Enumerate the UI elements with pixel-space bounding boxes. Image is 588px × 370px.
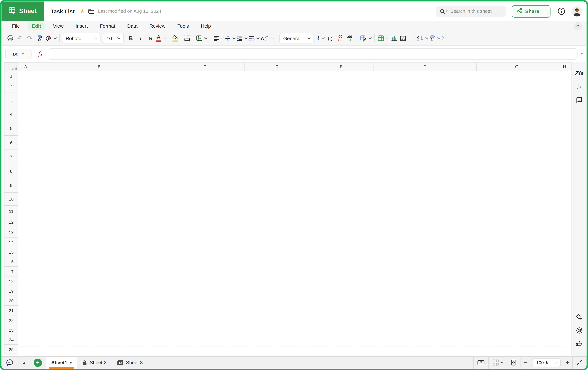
menu-item-help[interactable]: Help — [197, 22, 215, 30]
text-rotate-button[interactable]: A — [260, 33, 274, 43]
sheet-tab-sheet-2[interactable]: Sheet 2 — [77, 357, 112, 369]
formula-input[interactable] — [48, 48, 578, 59]
menu-item-tools[interactable]: Tools — [174, 22, 193, 30]
column-header-C[interactable]: C — [165, 62, 245, 71]
insert-image-button[interactable] — [399, 33, 411, 43]
cells-canvas[interactable] — [18, 71, 571, 354]
share-button[interactable]: Share — [512, 5, 550, 17]
sheet-tab-sheet-3[interactable]: 12Sheet 3 — [112, 357, 148, 369]
menu-item-format[interactable]: Format — [96, 22, 119, 30]
redo-button[interactable]: ↷ — [25, 33, 34, 43]
row-header-16[interactable]: 16 — [4, 257, 18, 267]
menu-item-file[interactable]: File — [8, 22, 24, 30]
functions-panel-button[interactable]: fx — [574, 81, 585, 92]
menu-item-review[interactable]: Review — [146, 22, 169, 30]
insert-chart-button[interactable] — [389, 33, 399, 43]
wrap-text-button[interactable] — [248, 33, 260, 43]
undo-button[interactable]: ↶ — [15, 33, 25, 43]
row-header-14[interactable]: 14 — [4, 238, 18, 247]
row-header-2[interactable]: 2 — [4, 81, 18, 93]
conditional-format-button[interactable] — [359, 33, 372, 43]
column-header-D[interactable]: D — [245, 62, 309, 71]
row-header-21[interactable]: 21 — [4, 306, 18, 316]
font-family-select[interactable]: Roboto — [62, 33, 100, 43]
feedback-button[interactable] — [574, 338, 585, 349]
app-logo[interactable]: Sheet — [1, 1, 44, 21]
sum-function-button[interactable]: Σ — [441, 33, 450, 43]
insert-table-button[interactable] — [377, 33, 389, 43]
print-button[interactable] — [5, 33, 15, 43]
row-header-19[interactable]: 19 — [4, 286, 18, 296]
row-header-22[interactable]: 22 — [4, 316, 18, 325]
row-header-24[interactable]: 24 — [4, 335, 18, 345]
number-format-select[interactable]: General — [280, 33, 314, 43]
column-header-B[interactable]: B — [33, 62, 165, 71]
format-painter-button[interactable] — [34, 33, 44, 43]
comma-style-button[interactable]: (,) — [325, 33, 335, 43]
search-input[interactable] — [450, 9, 499, 14]
zoom-out-button[interactable]: − — [520, 357, 530, 369]
sheet-search[interactable]: ▾ — [436, 6, 506, 17]
add-sheet-button[interactable]: + — [34, 358, 42, 367]
chat-button[interactable] — [1, 357, 18, 369]
freeze-panes-button[interactable]: ▾ — [489, 357, 506, 369]
sheet-list-button[interactable]: ▲ — [18, 357, 30, 369]
column-header-G[interactable]: G — [477, 62, 557, 71]
font-size-select[interactable]: 10 — [103, 33, 124, 43]
row-header-4[interactable]: 4 — [4, 107, 18, 121]
zoom-in-button[interactable]: + — [563, 357, 572, 369]
fit-to-screen-button[interactable] — [507, 357, 520, 369]
collapse-toolbar-button[interactable] — [574, 22, 582, 30]
column-header-F[interactable]: F — [374, 62, 477, 71]
merge-cells-button[interactable] — [195, 33, 208, 43]
row-header-11[interactable]: 11 — [4, 206, 18, 217]
menu-item-view[interactable]: View — [49, 22, 67, 30]
filter-button[interactable] — [429, 33, 441, 43]
favorite-star-icon[interactable]: ★ — [80, 8, 85, 15]
increase-decimal-button[interactable]: .00 — [345, 33, 354, 43]
menu-item-insert[interactable]: Insert — [72, 22, 92, 30]
folder-icon[interactable] — [88, 8, 94, 14]
user-avatar[interactable] — [572, 6, 582, 16]
row-header-8[interactable]: 8 — [4, 164, 18, 178]
clear-format-button[interactable] — [44, 33, 57, 43]
horizontal-align-button[interactable] — [213, 33, 224, 43]
select-all-corner[interactable] — [4, 62, 18, 71]
virtual-keyboard-button[interactable] — [474, 357, 488, 369]
document-title[interactable]: Task List — [51, 8, 75, 14]
zia-assistant-button[interactable]: Zia — [574, 68, 585, 79]
vertical-align-button[interactable] — [224, 33, 236, 43]
row-header-13[interactable]: 13 — [4, 227, 18, 238]
row-header-12[interactable]: 12 — [4, 217, 18, 227]
currency-button[interactable]: ₹ — [315, 33, 325, 43]
column-header-E[interactable]: E — [309, 62, 374, 71]
row-header-3[interactable]: 3 — [4, 93, 18, 107]
sort-button[interactable]: AZ — [417, 33, 429, 43]
row-header-9[interactable]: 9 — [4, 178, 18, 193]
zoom-level-select[interactable]: 100% — [532, 358, 560, 367]
menu-item-edit[interactable]: Edit — [28, 22, 45, 30]
column-header-H[interactable]: H — [557, 62, 571, 71]
row-header-7[interactable]: 7 — [4, 150, 18, 164]
row-header-23[interactable]: 23 — [4, 325, 18, 335]
bold-button[interactable]: B — [126, 33, 136, 43]
fullscreen-button[interactable] — [573, 357, 587, 369]
sheet-tab-sheet1[interactable]: Sheet1▾ — [46, 357, 77, 369]
cell-name-box[interactable]: B8 ▾ — [5, 49, 32, 59]
row-header-6[interactable]: 6 — [4, 136, 18, 150]
row-header-17[interactable]: 17 — [4, 267, 18, 277]
formula-bar-expand-icon[interactable]: ▾ — [581, 52, 583, 56]
strikethrough-button[interactable]: S — [146, 33, 155, 43]
borders-button[interactable] — [183, 33, 195, 43]
fill-color-button[interactable] — [171, 33, 183, 43]
comments-panel-button[interactable] — [574, 94, 585, 105]
row-header-1[interactable]: 1 — [4, 71, 18, 82]
row-header-25[interactable]: 25 — [4, 345, 18, 354]
text-color-button[interactable]: A — [155, 33, 166, 43]
row-header-20[interactable]: 20 — [4, 296, 18, 306]
indent-button[interactable] — [236, 33, 248, 43]
row-header-18[interactable]: 18 — [4, 277, 18, 286]
column-header-A[interactable]: A — [18, 62, 33, 71]
horizontal-scrollbar[interactable] — [18, 346, 571, 347]
decrease-decimal-button[interactable]: .00 — [335, 33, 345, 43]
